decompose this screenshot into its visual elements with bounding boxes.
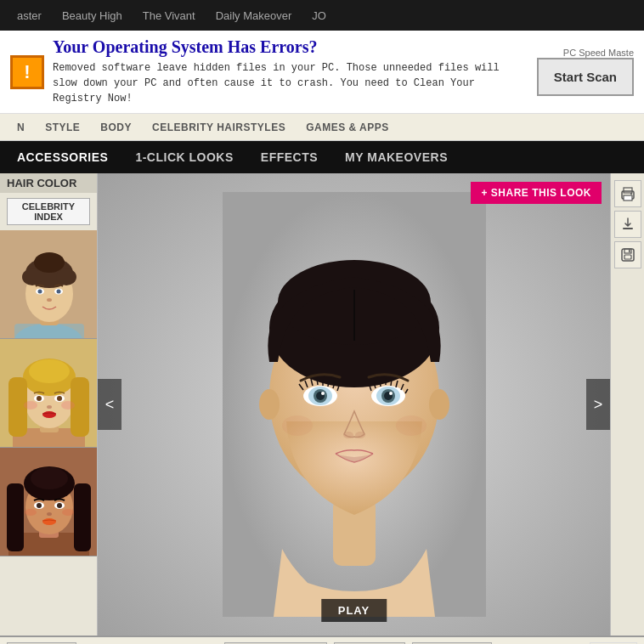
nav-item-jo[interactable]: JO [302, 9, 336, 22]
svg-rect-72 [623, 228, 633, 229]
celeb-photo-1[interactable] [0, 230, 98, 339]
svg-point-7 [56, 268, 76, 285]
sidebar-section-title: HAIR COLOR [0, 173, 97, 193]
secnav-games-apps[interactable]: GAMES & APPS [296, 121, 399, 133]
svg-point-65 [355, 432, 365, 438]
svg-point-28 [24, 401, 37, 410]
secnav-body[interactable]: BODY [90, 121, 142, 133]
svg-point-66 [282, 415, 313, 436]
svg-point-37 [31, 467, 68, 489]
svg-point-40 [37, 503, 42, 508]
svg-point-71 [630, 193, 632, 195]
ad-body: Removed software leave hidden files in y… [53, 60, 523, 106]
nav-arrow-right[interactable]: > [586, 379, 610, 430]
nav-item-aster[interactable]: aster [7, 9, 52, 22]
secondary-navigation: N STYLE BODY CELEBRITY HAIRSTYLES GAMES … [0, 114, 644, 141]
print-button[interactable] [614, 180, 641, 207]
svg-point-11 [38, 290, 42, 294]
main-content: HAIR COLOR CELEBRITY INdEX [0, 173, 644, 636]
right-toolbar [610, 173, 644, 636]
svg-point-45 [62, 509, 74, 516]
tool-navigation: ACCESSORIES 1-CLICK LOOKS EFFECTS MY MAK… [0, 141, 644, 173]
svg-point-64 [343, 432, 353, 438]
svg-point-25 [57, 396, 62, 401]
svg-point-27 [42, 411, 56, 418]
svg-point-13 [47, 298, 52, 302]
save-photo-button[interactable] [614, 241, 641, 268]
svg-point-41 [57, 503, 62, 508]
share-look-button[interactable]: + SHARE THIS LOOK [471, 182, 602, 204]
celebrity-index-button[interactable]: CELEBRITY INdEX [7, 198, 90, 225]
svg-point-58 [321, 392, 325, 395]
svg-point-24 [37, 396, 42, 401]
nav-item-dailymakeover[interactable]: Daily Makeover [206, 9, 302, 22]
svg-point-63 [389, 392, 393, 395]
ad-headline: Your Operating System Has Errors? [53, 37, 523, 57]
svg-rect-75 [624, 255, 631, 259]
top-navigation: aster Beauty High The Vivant Daily Makeo… [0, 0, 644, 31]
warning-icon: ! [10, 55, 44, 89]
celeb-photo-3[interactable] [0, 448, 98, 556]
celeb-photo-2[interactable] [0, 339, 98, 448]
svg-point-6 [34, 252, 65, 273]
photo-area: + SHARE THIS LOOK < > PLAY [98, 173, 610, 636]
svg-point-12 [57, 290, 61, 294]
play-button[interactable]: PLAY [321, 599, 387, 622]
svg-point-42 [47, 512, 52, 516]
toolnav-accessories[interactable]: ACCESSORIES [3, 141, 121, 173]
ad-brand: PC Speed Maste [563, 48, 634, 58]
svg-point-21 [29, 359, 70, 383]
svg-point-43 [42, 518, 56, 525]
svg-point-8 [22, 268, 42, 285]
nav-item-thevivant[interactable]: The Vivant [133, 9, 206, 22]
svg-point-52 [259, 389, 280, 420]
svg-rect-2 [14, 324, 84, 339]
svg-point-44 [25, 509, 37, 516]
nav-arrow-left[interactable]: < [98, 379, 121, 430]
download-button[interactable] [614, 211, 641, 238]
svg-point-67 [396, 415, 427, 436]
photo-background [98, 173, 610, 636]
ad-text: Your Operating System Has Errors? Remove… [53, 37, 523, 106]
nav-item-beautyhigh[interactable]: Beauty High [52, 9, 133, 22]
svg-point-26 [47, 405, 52, 409]
svg-rect-35 [7, 483, 24, 551]
sidebar: HAIR COLOR CELEBRITY INdEX [0, 173, 98, 636]
svg-point-53 [429, 389, 449, 420]
secnav-style[interactable]: STYLE [35, 121, 90, 133]
svg-point-29 [61, 401, 75, 410]
svg-rect-76 [629, 250, 630, 252]
start-scan-button[interactable]: Start Scan [537, 58, 634, 96]
toolnav-1click-looks[interactable]: 1-CLICK LOOKS [121, 141, 246, 173]
ad-banner: ! Your Operating System Has Errors? Remo… [0, 31, 644, 114]
secnav-n[interactable]: N [7, 121, 35, 133]
secnav-celebrity-hairstyles[interactable]: CELEBRITY HAIRSTYLES [142, 121, 296, 133]
toolnav-my-makeovers[interactable]: MY MAKEOVERS [331, 141, 461, 173]
svg-rect-70 [624, 188, 632, 193]
toolnav-effects[interactable]: EFFECTS [247, 141, 331, 173]
svg-rect-36 [74, 483, 91, 551]
svg-rect-69 [624, 195, 632, 201]
face-illustration [223, 192, 486, 617]
bottom-bar: MIX IT UP ZOOM − + BEFORE/AFTER RETRACE … [0, 636, 644, 644]
